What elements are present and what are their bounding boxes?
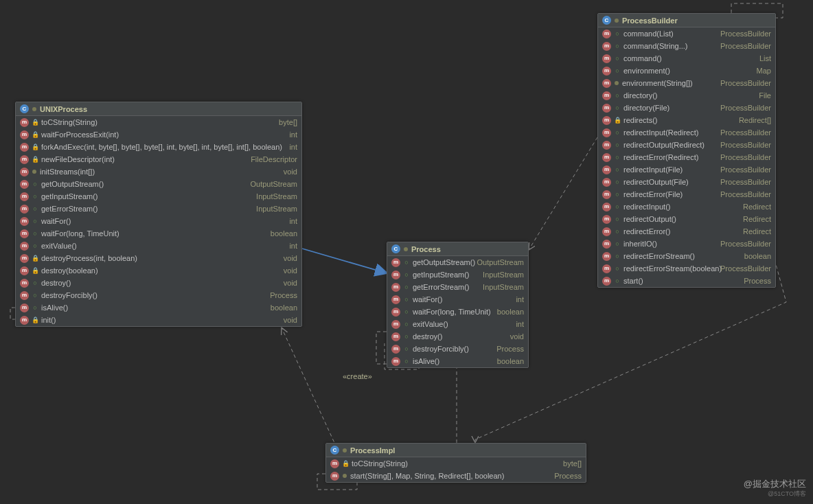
member-row[interactable]: m○environment()Map bbox=[598, 65, 775, 77]
member-row[interactable]: m○redirectOutput(Redirect)ProcessBuilder bbox=[598, 139, 775, 151]
unlock-icon: ○ bbox=[404, 284, 409, 290]
member-name: redirectError(File) bbox=[623, 189, 683, 200]
method-icon: m bbox=[20, 303, 29, 312]
member-row[interactable]: m○exitValue()int bbox=[387, 318, 528, 330]
method-icon: m bbox=[391, 357, 400, 366]
member-row[interactable]: m○redirectErrorStream(boolean)ProcessBui… bbox=[598, 262, 775, 275]
member-return-type: byte[] bbox=[555, 458, 582, 469]
member-name: waitFor(long, TimeUnit) bbox=[413, 306, 491, 317]
member-name: getInputStream() bbox=[41, 191, 98, 202]
unlock-icon: ○ bbox=[615, 192, 620, 197]
member-row[interactable]: m○start()Process bbox=[598, 275, 775, 287]
member-row[interactable]: m○getOutputStream()OutputStream bbox=[16, 178, 301, 190]
member-row[interactable]: m○waitFor(long, TimeUnit)boolean bbox=[387, 306, 528, 318]
unlock-icon: ○ bbox=[615, 253, 620, 259]
member-return-type: ProcessBuilder bbox=[712, 28, 771, 39]
unlock-icon: ○ bbox=[404, 334, 409, 339]
member-row[interactable]: m🔒toCString(String)byte[] bbox=[16, 116, 301, 128]
member-row[interactable]: m🔒redirects()Redirect[] bbox=[598, 114, 775, 126]
member-row[interactable]: m○exitValue()int bbox=[16, 240, 301, 252]
member-return-type: void bbox=[275, 265, 297, 276]
member-return-type: ProcessBuilder bbox=[712, 152, 771, 163]
member-row[interactable]: m○redirectOutput()Redirect bbox=[598, 213, 775, 225]
lock-icon: 🔒 bbox=[32, 157, 38, 162]
member-row[interactable]: m○destroyForcibly()Process bbox=[387, 343, 528, 355]
member-name: redirectErrorStream(boolean) bbox=[623, 263, 722, 274]
member-row[interactable]: m○getInputStream()InputStream bbox=[16, 190, 301, 203]
member-return-type: int bbox=[281, 141, 297, 152]
member-row[interactable]: m○command(String...)ProcessBuilder bbox=[598, 40, 775, 52]
class-process[interactable]: C Process m○getOutputStream()OutputStrea… bbox=[387, 242, 529, 368]
member-row[interactable]: m🔒forkAndExec(int, byte[], byte[], byte[… bbox=[16, 141, 301, 153]
member-row[interactable]: m○command()List bbox=[598, 52, 775, 65]
member-row[interactable]: m🔒newFileDescriptor(int)FileDescriptor bbox=[16, 153, 301, 165]
unlock-icon: ○ bbox=[404, 321, 409, 327]
member-return-type: Process bbox=[488, 343, 524, 354]
member-name: directory(File) bbox=[623, 102, 669, 113]
lock-icon: 🔒 bbox=[343, 461, 348, 466]
lock-icon: 🔒 bbox=[32, 317, 38, 323]
member-row[interactable]: m○redirectOutput(File)ProcessBuilder bbox=[598, 176, 775, 188]
member-row[interactable]: m○getInputStream()InputStream bbox=[387, 268, 528, 281]
member-row[interactable]: m○waitFor(long, TimeUnit)boolean bbox=[16, 227, 301, 240]
unlock-icon: ○ bbox=[615, 241, 620, 247]
class-unixprocess[interactable]: C UNIXProcess m🔒toCString(String)byte[]m… bbox=[15, 102, 302, 327]
member-name: environment() bbox=[623, 65, 670, 76]
member-row[interactable]: m○getErrorStream()InputStream bbox=[16, 203, 301, 215]
member-row[interactable]: m○destroy()void bbox=[387, 330, 528, 343]
member-return-type: Redirect bbox=[735, 226, 771, 237]
unlock-icon: ○ bbox=[615, 68, 620, 73]
member-return-type: void bbox=[275, 277, 297, 288]
class-processimpl[interactable]: C ProcessImpl m🔒toCString(String)byte[]m… bbox=[325, 443, 586, 483]
member-row[interactable]: m○waitFor()int bbox=[16, 215, 301, 227]
method-icon: m bbox=[602, 264, 611, 273]
method-icon: m bbox=[602, 30, 611, 38]
member-row[interactable]: m○isAlive()boolean bbox=[387, 355, 528, 367]
member-name: getInputStream() bbox=[413, 269, 470, 280]
member-row[interactable]: m○destroyForcibly()Process bbox=[16, 289, 301, 301]
member-name: waitFor() bbox=[413, 294, 442, 305]
member-name: getErrorStream() bbox=[413, 282, 470, 293]
member-row[interactable]: m🔒toCString(String)byte[] bbox=[326, 457, 586, 470]
member-row[interactable]: m🔒init()void bbox=[16, 314, 301, 326]
member-name: redirectOutput(Redirect) bbox=[623, 139, 705, 150]
method-icon: m bbox=[602, 104, 611, 113]
member-row[interactable]: m○redirectError(File)ProcessBuilder bbox=[598, 188, 775, 201]
member-row[interactable]: m○directory(File)ProcessBuilder bbox=[598, 102, 775, 114]
member-row[interactable]: m○destroy()void bbox=[16, 277, 301, 289]
member-row[interactable]: m🔒waitForProcessExit(int)int bbox=[16, 128, 301, 141]
method-icon: m bbox=[602, 79, 611, 88]
member-name: destroyForcibly() bbox=[413, 343, 469, 354]
member-row[interactable]: m○inheritIO()ProcessBuilder bbox=[598, 238, 775, 250]
member-row[interactable]: m○redirectInput(Redirect)ProcessBuilder bbox=[598, 126, 775, 139]
member-row[interactable]: m○redirectErrorStream()boolean bbox=[598, 250, 775, 262]
unlock-icon: ○ bbox=[32, 243, 38, 249]
member-row[interactable]: m🔒destroy(boolean)void bbox=[16, 264, 301, 277]
method-icon: m bbox=[602, 227, 611, 236]
unlock-icon: ○ bbox=[404, 358, 409, 364]
class-icon: C bbox=[20, 104, 29, 113]
member-name: environment(String[]) bbox=[622, 78, 693, 89]
member-name: exitValue() bbox=[413, 319, 448, 330]
member-row[interactable]: m○redirectError()Redirect bbox=[598, 225, 775, 238]
class-title: UNIXProcess bbox=[40, 105, 87, 113]
member-row[interactable]: minitStreams(int[])void bbox=[16, 165, 301, 178]
member-row[interactable]: m○redirectError(Redirect)ProcessBuilder bbox=[598, 151, 775, 163]
member-row[interactable]: m○directory()File bbox=[598, 89, 775, 102]
member-row[interactable]: mstart(String[], Map, String, Redirect[]… bbox=[326, 470, 586, 482]
unlock-icon: ○ bbox=[615, 43, 620, 49]
member-row[interactable]: m○redirectInput(File)ProcessBuilder bbox=[598, 163, 775, 176]
member-row[interactable]: m○getOutputStream()OutputStream bbox=[387, 256, 528, 268]
class-processbuilder[interactable]: C ProcessBuilder m○command(List)ProcessB… bbox=[597, 13, 776, 288]
lock-icon: 🔒 bbox=[32, 144, 38, 150]
member-row[interactable]: m○redirectInput()Redirect bbox=[598, 201, 775, 213]
member-row[interactable]: m○command(List)ProcessBuilder bbox=[598, 27, 775, 40]
member-row[interactable]: m○isAlive()boolean bbox=[16, 301, 301, 314]
member-row[interactable]: m🔒destroyProcess(int, boolean)void bbox=[16, 252, 301, 264]
method-icon: m bbox=[20, 279, 29, 288]
class-icon: C bbox=[391, 244, 400, 253]
member-row[interactable]: menvironment(String[])ProcessBuilder bbox=[598, 77, 775, 89]
method-icon: m bbox=[602, 240, 611, 249]
member-row[interactable]: m○waitFor()int bbox=[387, 293, 528, 306]
member-row[interactable]: m○getErrorStream()InputStream bbox=[387, 281, 528, 293]
